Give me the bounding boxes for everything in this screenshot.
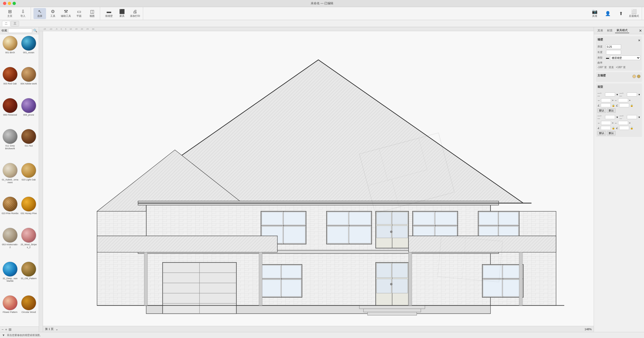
shape-expand-2[interactable]: ▼ (638, 93, 640, 96)
favorites-label: 收藏 (2, 29, 7, 32)
material-item-flower1[interactable]: Flower Pattern (1, 295, 19, 325)
tb-user-button[interactable]: 👤 (601, 8, 614, 19)
toolbar-group-build: ▬ 填墙壁 ⬛ 家具 🖨 添加打印 (101, 7, 143, 20)
shape-input-8[interactable] (618, 121, 628, 125)
search-icon[interactable]: 🔍 (33, 29, 37, 32)
shape-input-7[interactable] (601, 121, 611, 125)
material-item-003_redoak[interactable]: 003 Red Oak (1, 66, 19, 97)
left-panel: 收藏 🔍 001 Birch001_ocean003 Red Oak004 Ad… (0, 27, 39, 332)
tb-home-button[interactable]: ⊞ 主页 (4, 8, 16, 19)
main-wall-section: 主墙壁 (596, 72, 642, 82)
shape-section: 造型 —○— ▼ —○— ▼ ↔ + ↔ + (596, 83, 642, 137)
shape-inc-l[interactable]: + (612, 99, 614, 102)
material-item-33_oldpattern[interactable]: 33_Old_Pattern (20, 261, 38, 295)
angle-lock-2[interactable]: 🔒 (630, 104, 633, 107)
close-button[interactable] (3, 2, 6, 5)
right-tab-mat[interactable]: 材质 (606, 28, 614, 33)
svg-rect-41 (377, 226, 391, 238)
plane-icon: ▭ (77, 9, 81, 14)
angle-lock-1[interactable]: 🔒 (612, 104, 615, 107)
tab-3d[interactable]: 三 (11, 21, 19, 26)
default-btn-2[interactable]: 默认 (607, 108, 616, 113)
material-item-001_ocean[interactable]: 001_ocean (20, 35, 38, 66)
material-item-053_aristocratic[interactable]: 053 Aristocratic-2 (1, 227, 19, 261)
material-item-031_honeypine[interactable]: 031 Honey Pine (20, 196, 38, 227)
tb-view2-label: 视图 (90, 14, 95, 18)
import-icon: ⇩ (21, 9, 25, 14)
material-item-011_greybrick[interactable]: 011 Grey Brickwork (1, 128, 19, 162)
material-item-001_birch[interactable]: 001 Birch (1, 35, 19, 66)
tb-mode-button[interactable]: ⬜ 后退模式 (628, 8, 640, 19)
tb-assist-button[interactable]: ⚒ 辅助工具 (60, 8, 72, 19)
tb-import-button[interactable]: ⇩ 导入 (17, 8, 29, 19)
tb-camera-button[interactable]: 📷 其准 (588, 8, 601, 19)
material-item-009_prune[interactable]: 009_prune (20, 98, 38, 128)
search-input[interactable] (8, 28, 32, 33)
tb-tools-button[interactable]: ⚙ 工具 (47, 8, 59, 19)
zoom-out-icon[interactable]: − (2, 327, 4, 331)
shape-expand-4[interactable]: ▼ (638, 116, 640, 119)
length-input[interactable] (606, 50, 621, 55)
angle-lock-4[interactable]: 🔒 (630, 127, 633, 129)
material-item-circular1[interactable]: Circular Wood (20, 295, 38, 325)
shape-inc-l2[interactable]: + (612, 122, 614, 124)
tab-2d[interactable]: 二 (2, 21, 10, 26)
angle-input-1[interactable] (601, 103, 611, 107)
type-select[interactable]: 楼层墙壁 (610, 56, 640, 60)
material-item-32_deepmarble[interactable]: 32_Deep...ean Marble (1, 261, 19, 295)
color-dot-1[interactable] (632, 75, 636, 78)
default-btn-1[interactable]: 默认 (597, 108, 606, 113)
shape-inc-r[interactable]: + (629, 99, 631, 102)
window-buttons[interactable] (3, 2, 16, 5)
tb-share-button[interactable]: ⬆ (615, 8, 627, 19)
material-item-006_firewood[interactable]: 006 Firewood (1, 98, 19, 128)
tb-plane-button[interactable]: ▭ 平面 (73, 8, 85, 19)
minimize-button[interactable] (8, 2, 11, 5)
view2-icon: ◫ (90, 9, 94, 14)
page-nav-icon[interactable]: ⌄ (56, 327, 58, 331)
tb-addprint-button[interactable]: 🖨 添加打印 (129, 8, 141, 19)
default-btn-3[interactable]: 默认 (597, 131, 606, 135)
material-item-01_kaleid[interactable]: 01_Kaleid...ornament (1, 162, 19, 196)
shape-input-2[interactable] (627, 92, 637, 96)
shape-inc-r2[interactable]: + (629, 122, 631, 124)
angle-input-2[interactable] (619, 103, 629, 107)
tb-view2-button[interactable]: ◫ 视图 (86, 8, 98, 19)
shape-input-4[interactable] (618, 98, 628, 102)
color-dot-2[interactable] (637, 75, 640, 78)
material-item-023_pinerombs[interactable]: 023 Pine Rombs (1, 196, 19, 227)
angle-input-4[interactable] (619, 126, 629, 130)
zoom-in-icon[interactable]: + (5, 327, 7, 331)
user-icon: 👤 (605, 11, 611, 16)
shape-expand-1[interactable]: ▼ (616, 93, 619, 96)
close-right-icon[interactable]: ✕ (639, 29, 642, 33)
drawing-area[interactable] (43, 31, 594, 326)
center-canvas[interactable]: -15 -10 -5 0 5 10 15 20 25 30 (39, 27, 594, 332)
shape-input-5[interactable] (605, 115, 615, 119)
shape-expand-3[interactable]: ▼ (616, 116, 619, 119)
toolbar: ⊞ 主页 ⇩ 导入 ↖ 选择 ⚙ 工具 ⚒ 辅助工具 ▭ 平面 ◫ 视图 (0, 7, 644, 20)
svg-rect-68 (392, 263, 408, 278)
default-btn-4[interactable]: 默认 (607, 131, 616, 135)
right-tab-prop[interactable]: 其准 (596, 28, 605, 33)
grid-view-icon[interactable]: ⊞ (9, 327, 12, 331)
right-tab-furn[interactable]: 家具模式 (615, 28, 629, 33)
material-item-004_adobework[interactable]: 004 Adobe-work (20, 66, 38, 97)
material-item-023_lightoak[interactable]: 023 Light Oak (20, 162, 38, 196)
page-bar: 第 1 页 ⌄ 148% (43, 326, 594, 332)
shape-input-3[interactable] (601, 98, 611, 102)
thickness-input[interactable] (606, 44, 621, 49)
maximize-button[interactable] (13, 2, 16, 5)
shape-input-1[interactable] (605, 92, 615, 96)
material-item-011_nut[interactable]: 011 Nut (20, 128, 38, 162)
tb-furniture-button[interactable]: ⬛ 家具 (116, 8, 128, 19)
tb-select-label: 选择 (37, 14, 42, 18)
angle-input-3[interactable] (601, 126, 611, 130)
shape-input-6[interactable] (627, 115, 637, 119)
wall-expand-icon[interactable]: ✕ (638, 39, 640, 42)
angle-lock-3[interactable]: 🔒 (612, 127, 615, 129)
tb-walls-button[interactable]: ▬ 填墙壁 (103, 8, 115, 19)
tb-select-button[interactable]: ↖ 选择 (33, 8, 46, 19)
material-item-25_woolstripes[interactable]: 25_Wool_Stripes_2 (20, 227, 38, 261)
svg-rect-78 (483, 265, 502, 278)
